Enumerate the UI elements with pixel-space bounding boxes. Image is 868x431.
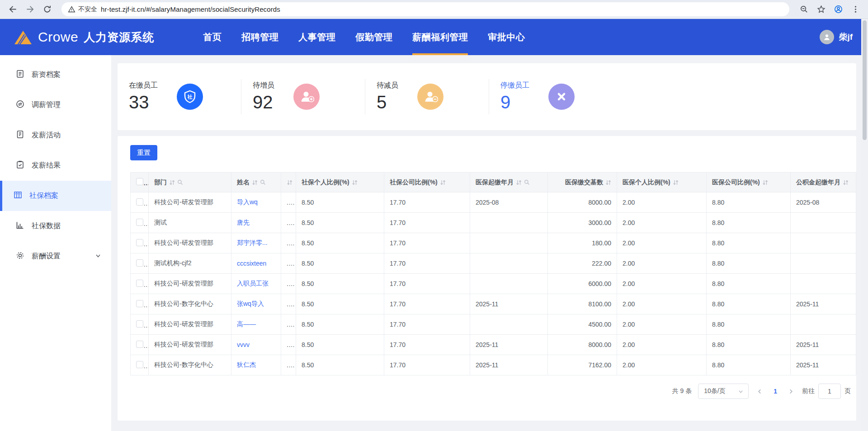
chevron-down-icon [95,253,101,261]
row-checkbox[interactable] [136,341,143,348]
sort-icon[interactable] [287,179,292,186]
employee-name-link[interactable]: 张wq导入 [237,300,264,307]
sort-icon[interactable] [516,179,522,186]
nav-item-5[interactable]: 薪酬福利管理 [412,19,468,55]
row-checkbox[interactable] [136,280,143,287]
sidebar-item-4[interactable]: 发薪结果 [0,150,111,181]
employee-name-link[interactable]: vvvv [237,341,250,348]
employee-name-link[interactable]: 狄仁杰 [237,361,256,368]
address-bar[interactable]: 不安全 hr-test.zjf-it.cn/#/salaryManagement… [61,2,789,16]
search-icon[interactable] [524,179,530,185]
column-header-social_company[interactable]: 社保公司比例(%) [384,173,470,192]
row-checkbox[interactable] [136,239,143,246]
warning-icon [68,5,75,13]
search-icon[interactable] [177,179,183,185]
reset-button[interactable]: 重置 [130,145,157,160]
search-icon[interactable] [260,179,266,185]
sort-icon[interactable] [252,179,258,186]
sidebar-item-3[interactable]: 发薪活动 [0,120,111,150]
sort-icon[interactable] [673,179,679,186]
next-page-icon[interactable] [786,389,796,394]
row-checkbox[interactable] [136,320,143,328]
page-size-select[interactable]: 10条/页 [698,384,749,399]
app-navbar: Crowe 人力资源系统 首页招聘管理人事管理假勤管理薪酬福利管理审批中心 柴j… [0,19,868,55]
sort-icon[interactable] [352,179,358,186]
nav-item-3[interactable]: 人事管理 [298,19,335,55]
table-row: 科技公司-数字化中心张wq导入.008.5017.702025-118100.0… [131,294,856,314]
cell-clipped: .00 [281,335,296,355]
browser-profile-icon[interactable] [833,4,844,15]
cell-name: 导入wq [231,192,281,213]
scrollbar-thumb[interactable] [863,20,867,140]
row-checkbox[interactable] [136,361,143,368]
sort-icon[interactable] [605,179,611,186]
sidebar-item-5[interactable]: 社保档案 [0,181,111,211]
nav-item-4[interactable]: 假勤管理 [355,19,392,55]
sidebar-item-2[interactable]: 调薪管理 [0,90,111,120]
svg-text:社: 社 [187,94,193,99]
column-header-medical_personal[interactable]: 医保个人比例(%) [617,173,707,192]
column-header-social_personal[interactable]: 社保个人比例(%) [296,173,384,192]
sort-icon[interactable] [843,179,849,186]
column-header-clipped[interactable] [281,173,296,192]
column-header-name[interactable]: 姓名 [231,173,281,192]
sidebar-item-1[interactable]: 薪资档案 [0,60,111,90]
cell-medical_base: 8100.00 [548,294,617,314]
cell-clipped: .00 [281,274,296,294]
cell-department: 测试机构-cjf2 [149,253,231,274]
nav-item-6[interactable]: 审批中心 [488,19,525,55]
sidebar-item-6[interactable]: 社保数据 [0,211,111,241]
sort-icon[interactable] [762,179,768,186]
page-size-value: 10条/页 [704,387,725,395]
employee-name-link[interactable]: cccsixteen [237,260,266,267]
current-page[interactable]: 1 [771,388,780,395]
column-header-medical_company[interactable]: 医保公司比例(%) [707,173,791,192]
employee-name-link[interactable]: 高—— [237,320,256,328]
table-row: 测试唐先.008.5017.703000.002.008.80 [131,213,856,233]
security-label: 不安全 [78,5,97,14]
sort-icon[interactable] [169,179,175,186]
nav-item-1[interactable]: 首页 [203,19,222,55]
forward-icon[interactable] [24,4,35,15]
sidebar-item-7[interactable]: 薪酬设置 [0,241,111,272]
url-text[interactable]: hr-test.zjf-it.cn/#/salaryManagement/soc… [101,5,280,13]
column-header-checkbox [131,173,149,192]
back-icon[interactable] [7,4,18,15]
employee-name-link[interactable]: 郑宇洋零... [237,239,268,246]
row-checkbox[interactable] [136,259,143,267]
cell-name: 张wq导入 [231,294,281,314]
stat-divider [241,79,241,114]
refresh-icon[interactable] [42,4,52,15]
table-wrapper: 部门姓名社保个人比例(%)社保公司比例(%)医保起缴年月医保缴交基数医保个人比例… [130,172,856,375]
goto-page-input[interactable] [818,384,841,399]
row-checkbox[interactable] [136,300,143,307]
employee-name-link[interactable]: 导入wq [237,198,258,206]
nav-item-2[interactable]: 招聘管理 [241,19,278,55]
column-header-department[interactable]: 部门 [149,173,231,192]
page-scrollbar[interactable] [861,19,868,431]
row-checkbox[interactable] [136,219,143,226]
zoom-out-icon[interactable] [798,4,809,15]
cell-medical_company: 8.80 [707,213,791,233]
cell-department: 科技公司-数字化中心 [149,294,231,314]
table-row: 科技公司-研发管理部入职员工张.008.5017.706000.002.008.… [131,274,856,294]
user-chip[interactable]: 柴jf [820,19,868,55]
sort-icon[interactable] [440,179,446,186]
column-header-medical_start[interactable]: 医保起缴年月 [470,173,548,192]
row-checkbox[interactable] [136,198,143,206]
column-header-fund_start[interactable]: 公积金起缴年月 [791,173,856,192]
user-plus-icon [293,84,320,110]
prev-page-icon[interactable] [755,389,764,394]
cell-social_personal: 8.50 [296,294,384,314]
cell-department: 科技公司-研发管理部 [149,314,231,335]
security-chip[interactable]: 不安全 [68,5,97,14]
menu-kebab-icon[interactable] [850,4,861,15]
employee-name-link[interactable]: 唐先 [237,219,250,226]
cell-clipped: .00 [281,192,296,213]
employee-name-link[interactable]: 入职员工张 [237,280,269,287]
column-header-medical_base[interactable]: 医保缴交基数 [548,173,617,192]
cell-department: 科技公司-研发管理部 [149,233,231,253]
stat-label: 待减员 [377,81,398,90]
bookmark-star-icon[interactable] [816,4,826,15]
select-all-checkbox[interactable] [136,178,143,185]
